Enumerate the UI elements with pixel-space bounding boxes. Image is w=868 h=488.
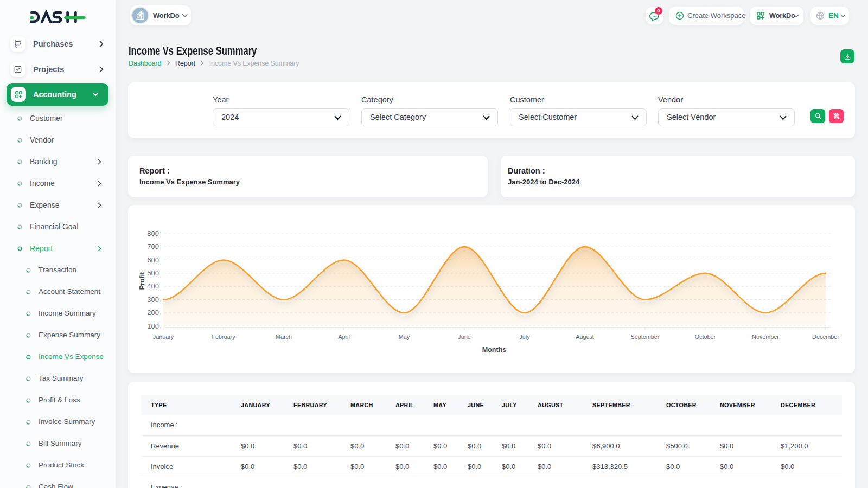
svg-text:200: 200 <box>147 309 159 317</box>
svg-text:September: September <box>631 333 660 340</box>
svg-text:Profit: Profit <box>138 272 146 290</box>
svg-text:400: 400 <box>147 282 159 290</box>
svg-text:July: July <box>519 333 530 340</box>
svg-text:December: December <box>812 333 839 340</box>
svg-text:500: 500 <box>147 269 159 277</box>
svg-text:February: February <box>212 333 235 340</box>
svg-text:100: 100 <box>147 322 159 330</box>
svg-text:April: April <box>338 333 350 340</box>
svg-text:March: March <box>276 333 292 340</box>
svg-text:June: June <box>458 333 470 340</box>
svg-text:700: 700 <box>147 242 159 251</box>
svg-text:800: 800 <box>147 229 159 237</box>
svg-text:May: May <box>399 333 410 340</box>
svg-text:600: 600 <box>147 256 159 264</box>
svg-text:Months: Months <box>482 346 506 354</box>
svg-text:300: 300 <box>147 296 159 304</box>
svg-text:August: August <box>576 333 594 340</box>
svg-text:October: October <box>695 333 716 340</box>
svg-text:November: November <box>752 333 779 340</box>
svg-text:January: January <box>153 333 174 340</box>
